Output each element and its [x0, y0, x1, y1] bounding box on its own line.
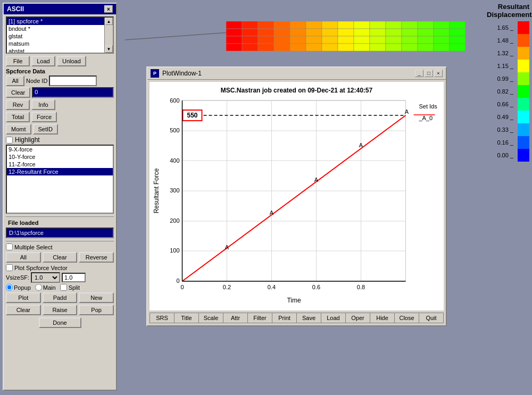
fem-cell: [434, 36, 450, 44]
fem-cell: [258, 44, 274, 51]
raise-button[interactable]: Raise: [43, 305, 78, 315]
fem-cell: [290, 29, 306, 36]
split-checkbox[interactable]: [60, 284, 67, 291]
plot-tool-button-srs[interactable]: SRS: [150, 313, 174, 323]
rev-button[interactable]: Rev: [6, 99, 30, 110]
filelist-scroll-up[interactable]: ▲: [105, 18, 113, 25]
setid-button[interactable]: SetID: [33, 124, 59, 135]
popup-radio-label[interactable]: Popup: [6, 284, 31, 291]
file-list-item[interactable]: [1] spcforce *: [7, 18, 104, 25]
colorbar-label: 0.33 _: [496, 123, 515, 136]
plot-vector-checkbox[interactable]: [6, 264, 13, 271]
plot-maximize-button[interactable]: □: [425, 70, 433, 77]
ascii-title: ASCII: [7, 5, 24, 13]
plot-tool-button-quit[interactable]: Quit: [419, 313, 443, 323]
x-axis-title: Time: [287, 297, 301, 304]
ascii-close-button[interactable]: ×: [104, 5, 113, 13]
file-buttons: File Load Unload: [6, 56, 114, 66]
all2-button[interactable]: All: [6, 252, 41, 263]
plot-tool-button-hide[interactable]: Hide: [370, 313, 395, 323]
rev-info-row: Rev Info: [6, 99, 114, 110]
split-label[interactable]: Split: [60, 284, 80, 291]
plot-minimize-button[interactable]: _: [415, 70, 423, 77]
clear2-button[interactable]: Clear: [43, 252, 78, 263]
plot-title-text: PlotWindow-1: [162, 70, 412, 77]
clear3-button[interactable]: Clear: [6, 305, 41, 315]
fem-cell: [290, 44, 306, 51]
momt-button[interactable]: Momt: [6, 124, 31, 135]
fem-cell: [274, 29, 290, 36]
file-list[interactable]: [1] spcforce *bndout *glstatmatsumabstat…: [6, 16, 114, 54]
data-list-item[interactable]: 10-Y-force: [7, 153, 113, 161]
file-list-item[interactable]: bndout *: [7, 25, 104, 32]
plot-tool-button-save[interactable]: Save: [297, 313, 321, 323]
x-label-0: 0: [180, 284, 184, 290]
plot-vector-label[interactable]: Plot Spcforce Vector: [6, 264, 114, 271]
info-button[interactable]: Info: [31, 99, 55, 110]
multiple-select-label[interactable]: Multiple Select: [6, 243, 114, 250]
vsize-select[interactable]: 0.5 1.0 1.5 2.0: [31, 272, 60, 283]
plot-tool-button-close[interactable]: Close: [395, 313, 419, 323]
fem-cell: [354, 29, 370, 36]
data-list-item[interactable]: 9-X-force: [7, 146, 113, 153]
colorbar-segment: [518, 34, 529, 47]
plot-close-button[interactable]: ×: [434, 70, 443, 77]
main-radio[interactable]: [35, 284, 42, 291]
plot-tool-button-load[interactable]: Load: [321, 313, 346, 323]
vsize-input[interactable]: [62, 273, 86, 282]
data-list[interactable]: 9-X-force10-Y-force11-Z-force12-Resultan…: [6, 145, 114, 214]
plot-tool-button-title[interactable]: Title: [174, 313, 199, 323]
fem-cell: [306, 21, 322, 29]
clear-button[interactable]: Clear: [6, 87, 30, 98]
ascii-titlebar: ASCII ×: [4, 4, 116, 14]
new-button[interactable]: New: [79, 292, 114, 303]
pop-button[interactable]: Pop: [79, 305, 114, 315]
colorbar-segment: [518, 60, 529, 73]
force-button[interactable]: Force: [31, 112, 57, 122]
colorbar-container: 1.65 _1.48 _1.32 _1.15 _0.99 _0.82 _0.66…: [487, 21, 529, 163]
plot-tool-button-filter[interactable]: Filter: [248, 313, 272, 323]
file-button[interactable]: File: [6, 56, 30, 66]
data-list-item[interactable]: 12-Resultant Force: [7, 168, 113, 175]
filelist-scroll-down[interactable]: ▼: [105, 45, 113, 53]
file-list-item[interactable]: glstat: [7, 32, 104, 40]
colorbar-segment: [518, 123, 529, 137]
fem-cell: [386, 36, 402, 44]
fem-cell: [418, 21, 434, 29]
file-loaded-section: File loaded D:\1\spcforce: [6, 219, 114, 238]
all-button[interactable]: All: [6, 75, 24, 86]
file-list-item[interactable]: abstat: [7, 47, 104, 53]
highlight-checkbox[interactable]: [6, 137, 13, 144]
colorbar-segment: [518, 136, 529, 149]
plot-tool-button-attr[interactable]: Attr: [223, 313, 248, 323]
colorbar-segment: [518, 149, 529, 162]
total-button[interactable]: Total: [6, 112, 30, 122]
plot-tool-button-oper[interactable]: Oper: [346, 313, 370, 323]
fem-cell: [322, 21, 338, 29]
plot-window: P PlotWindow-1 _ □ × MSC.Nastran job cre…: [146, 66, 447, 326]
highlight-row: Highlight: [6, 136, 114, 144]
colorbar-labels: 1.65 _1.48 _1.32 _1.15 _0.99 _0.82 _0.66…: [496, 21, 515, 162]
x-label-06: 0.6: [312, 284, 320, 290]
plot-icon: P: [151, 69, 159, 78]
fem-cell: [386, 29, 402, 36]
node-id-input[interactable]: [49, 75, 97, 86]
done-button[interactable]: Done: [39, 317, 81, 328]
plot-button[interactable]: Plot: [6, 292, 41, 303]
fem-cell: [242, 21, 258, 29]
vsize-row: VsizeSF: 0.5 1.0 1.5 2.0: [6, 272, 114, 283]
y-label-0: 0: [176, 278, 179, 284]
popup-radio[interactable]: [6, 284, 13, 291]
plot-tool-button-print[interactable]: Print: [272, 313, 297, 323]
padd-button[interactable]: Padd: [43, 292, 78, 303]
file-list-item[interactable]: matsum: [7, 40, 104, 47]
spcforce-section-label: Spcforce Data: [6, 68, 114, 74]
plot-tool-button-scale[interactable]: Scale: [199, 313, 223, 323]
main-radio-label[interactable]: Main: [35, 284, 56, 291]
unload-button[interactable]: Unload: [57, 56, 86, 66]
load-button[interactable]: Load: [31, 56, 55, 66]
chart-title: MSC.Nastran job created on 09-Dec-21 at …: [221, 87, 373, 94]
reverse-button[interactable]: Reverse: [79, 252, 114, 263]
data-list-item[interactable]: 11-Z-force: [7, 161, 113, 168]
multiple-select-checkbox[interactable]: [6, 243, 13, 250]
